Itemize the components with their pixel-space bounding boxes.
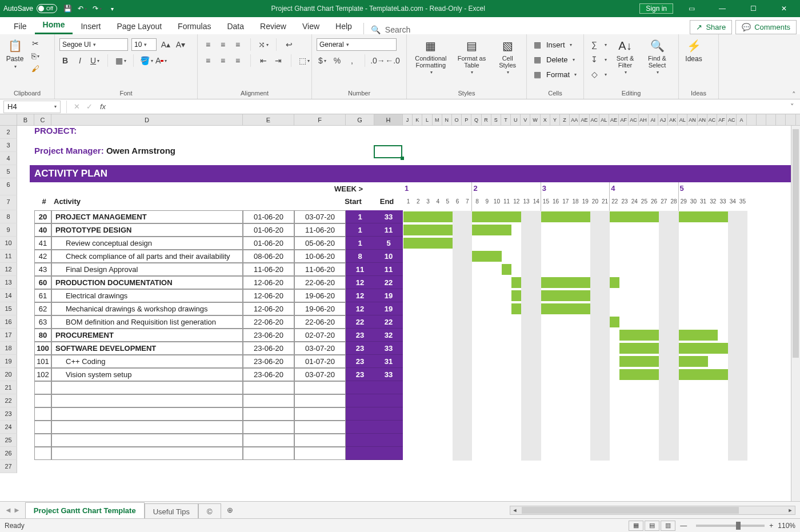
tab-home[interactable]: Home: [35, 17, 73, 34]
row-header[interactable]: 17: [0, 329, 17, 342]
col-header[interactable]: AE: [609, 114, 619, 125]
cell-styles-button[interactable]: ▧Cell Styles▾: [493, 38, 522, 75]
col-header[interactable]: X: [541, 114, 550, 125]
col-header[interactable]: N: [442, 114, 452, 125]
borders-icon[interactable]: ▦▾: [115, 55, 126, 66]
row-header[interactable]: 2: [0, 126, 17, 139]
col-header[interactable]: [766, 114, 776, 125]
font-size-combo[interactable]: 10▾: [131, 38, 157, 51]
comments-button[interactable]: 💬Comments: [735, 20, 797, 34]
format-cells-button[interactable]: ▦Format▾: [531, 67, 577, 81]
share-button[interactable]: ↗Share: [690, 20, 732, 34]
paste-button[interactable]: 📋 Paste▾: [5, 38, 25, 69]
insert-cells-button[interactable]: ▦Insert▾: [531, 38, 572, 51]
align-middle-icon[interactable]: ≡: [217, 39, 229, 50]
col-header[interactable]: Y: [550, 114, 560, 125]
col-header[interactable]: AJ: [658, 114, 668, 125]
tab-view[interactable]: View: [294, 18, 327, 34]
format-painter-icon[interactable]: 🖌: [30, 63, 41, 74]
vertical-scrollbar[interactable]: [791, 126, 800, 501]
row-header[interactable]: 10: [0, 237, 17, 250]
col-header[interactable]: AF: [619, 114, 629, 125]
col-header[interactable]: A: [737, 114, 746, 125]
increase-decimal-icon[interactable]: .0→: [372, 55, 383, 66]
col-header[interactable]: V: [521, 114, 530, 125]
save-icon[interactable]: 💾: [63, 4, 72, 13]
comma-icon[interactable]: ,: [346, 55, 358, 66]
col-header[interactable]: K: [413, 114, 422, 125]
row-header[interactable]: 3: [0, 139, 17, 152]
increase-indent-icon[interactable]: ⇥: [273, 55, 284, 66]
select-all-triangle[interactable]: [0, 114, 17, 125]
undo-icon[interactable]: ↶▾: [78, 4, 87, 13]
zoom-out-icon[interactable]: —: [680, 522, 687, 530]
font-name-combo[interactable]: Segoe UI▾: [59, 38, 128, 51]
col-header[interactable]: C: [34, 114, 51, 125]
find-select-button[interactable]: 🔍Find & Select▾: [643, 38, 671, 75]
fill-color-icon[interactable]: 🪣▾: [141, 55, 152, 66]
col-header[interactable]: AH: [639, 114, 649, 125]
row-header[interactable]: 24: [0, 421, 17, 434]
col-header[interactable]: O: [452, 114, 462, 125]
col-header[interactable]: J: [403, 114, 413, 125]
minimize-icon[interactable]: —: [710, 5, 735, 13]
row-header[interactable]: 7: [0, 195, 17, 210]
bold-icon[interactable]: B: [59, 55, 71, 66]
row-header[interactable]: 23: [0, 407, 17, 421]
col-header[interactable]: G: [346, 114, 374, 125]
signin-button[interactable]: Sign in: [639, 3, 673, 14]
col-header[interactable]: AN: [698, 114, 707, 125]
col-header[interactable]: R: [482, 114, 491, 125]
row-header[interactable]: 20: [0, 368, 17, 381]
col-header[interactable]: AL: [599, 114, 609, 125]
row-header[interactable]: 26: [0, 447, 17, 460]
col-header[interactable]: AK: [668, 114, 678, 125]
decrease-font-icon[interactable]: A▾: [175, 39, 186, 50]
col-header[interactable]: AL: [678, 114, 687, 125]
number-format-combo[interactable]: General▾: [317, 38, 397, 51]
col-header[interactable]: P: [462, 114, 471, 125]
expand-formula-bar-icon[interactable]: ˅: [790, 102, 794, 111]
zoom-slider[interactable]: [696, 525, 765, 527]
align-right-icon[interactable]: ≡: [232, 55, 243, 66]
col-header[interactable]: D: [51, 114, 243, 125]
view-page-break-icon[interactable]: ▥: [661, 521, 675, 531]
row-header[interactable]: 4: [0, 152, 17, 165]
underline-icon[interactable]: U▾: [89, 55, 101, 66]
increase-font-icon[interactable]: A▴: [160, 39, 171, 50]
scrollbar-thumb[interactable]: [793, 129, 799, 358]
scroll-right-icon[interactable]: ►: [786, 506, 795, 514]
row-header[interactable]: 8: [0, 210, 17, 223]
align-top-icon[interactable]: ≡: [202, 39, 214, 50]
col-header[interactable]: AC: [590, 114, 599, 125]
sheet-tab[interactable]: ©: [198, 503, 221, 519]
tab-page-layout[interactable]: Page Layout: [109, 18, 170, 34]
fx-icon[interactable]: fx: [100, 102, 106, 111]
name-box[interactable]: H4▾: [3, 101, 61, 113]
col-header[interactable]: AC: [707, 114, 717, 125]
col-header[interactable]: AC: [727, 114, 737, 125]
font-color-icon[interactable]: A▾: [155, 55, 167, 66]
copy-icon[interactable]: ⎘▾: [30, 50, 41, 62]
row-header[interactable]: 15: [0, 302, 17, 315]
row-header[interactable]: 13: [0, 276, 17, 289]
percent-icon[interactable]: %: [331, 55, 343, 66]
row-header[interactable]: 11: [0, 250, 17, 263]
tab-data[interactable]: Data: [219, 18, 252, 34]
col-header[interactable]: [776, 114, 786, 125]
autosum-button[interactable]: ∑▾: [589, 38, 607, 51]
col-header[interactable]: AE: [579, 114, 589, 125]
tab-insert[interactable]: Insert: [73, 18, 109, 34]
align-center-icon[interactable]: ≡: [217, 55, 229, 66]
col-header[interactable]: H: [374, 114, 403, 125]
col-header[interactable]: [747, 114, 757, 125]
col-header[interactable]: AI: [649, 114, 658, 125]
worksheet-grid[interactable]: 2345678910111213141516171819202122232425…: [0, 126, 791, 501]
view-normal-icon[interactable]: ▦: [629, 521, 643, 531]
add-sheet-button[interactable]: ⊕: [221, 502, 239, 518]
tab-file[interactable]: File: [6, 18, 35, 34]
accounting-icon[interactable]: $▾: [317, 55, 328, 66]
col-header[interactable]: L: [422, 114, 432, 125]
tab-help[interactable]: Help: [327, 18, 360, 34]
row-header[interactable]: 5: [0, 165, 17, 178]
